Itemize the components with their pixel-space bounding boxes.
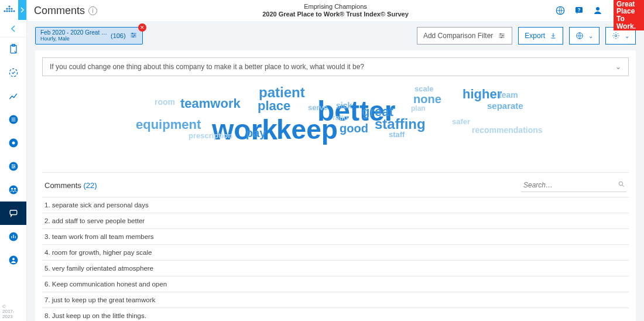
export-button[interactable]: Export	[518, 27, 563, 45]
search-input[interactable]	[521, 179, 626, 192]
svg-point-16	[12, 165, 13, 166]
nav-back[interactable]	[0, 20, 26, 37]
target-icon	[8, 137, 19, 149]
wordcloud-word[interactable]: prescription	[189, 131, 232, 140]
svg-point-35	[501, 37, 502, 38]
globe-icon[interactable]	[555, 5, 566, 16]
nav-people[interactable]	[0, 178, 26, 202]
filter-chip-line1: Feb 2020 - 2020 Great …	[40, 30, 107, 36]
help-icon[interactable]: ?	[574, 5, 584, 16]
wordcloud-word[interactable]: keep	[276, 114, 338, 145]
svg-point-4	[4, 10, 5, 12]
survey-name: Emprising Champions	[27, 3, 644, 11]
bar-circle-icon	[8, 231, 19, 243]
trend-icon	[8, 90, 19, 102]
survey-header: Emprising Champions 2020 Great Place to …	[27, 3, 644, 18]
content-scroll[interactable]: If you could change one thing about this…	[27, 50, 644, 321]
wordcloud-word[interactable]: pay	[246, 127, 266, 140]
svg-point-2	[8, 8, 10, 9]
comment-row[interactable]: 5. very family orientated atmosphere	[42, 260, 629, 276]
question-text: If you could change one thing about this…	[50, 63, 364, 71]
list-circle-icon	[8, 114, 19, 125]
wordcloud-word[interactable]: serve	[308, 103, 328, 112]
nav-progress[interactable]	[0, 61, 26, 84]
page-title-text: Comments	[34, 5, 85, 17]
wordcloud-word[interactable]: ratio	[333, 114, 348, 122]
comment-row[interactable]: 3. team work from all team members	[42, 228, 629, 244]
profile-icon[interactable]	[592, 5, 603, 16]
comment-row[interactable]: 1. separate sick and personal days	[42, 197, 629, 213]
comment-row[interactable]: 6. Keep communication honest and open	[42, 276, 629, 292]
filter-chip-close[interactable]: ✕	[138, 23, 146, 32]
svg-rect-22	[10, 210, 17, 215]
svg-point-14	[12, 142, 15, 145]
svg-point-6	[8, 10, 10, 12]
nav-chart-circle[interactable]	[0, 225, 26, 248]
svg-point-34	[502, 35, 503, 36]
question-select-wrap: If you could change one thing about this…	[42, 57, 629, 76]
wordcloud-word[interactable]: separate	[487, 101, 523, 111]
wordcloud-word[interactable]: place	[258, 98, 290, 114]
wordcloud-word[interactable]: plan	[411, 104, 426, 112]
top-icons: ?	[555, 5, 603, 16]
wordcloud-word[interactable]: staff	[389, 130, 405, 139]
nav-user-circle[interactable]	[0, 248, 26, 272]
main-column: Comments i Emprising Champions 2020 Grea…	[27, 0, 644, 321]
language-dropdown[interactable]: ⌄	[569, 27, 600, 45]
nav-comments[interactable]	[0, 202, 26, 225]
wordcloud-word[interactable]: equipment	[136, 117, 201, 132]
comments-search	[521, 179, 626, 192]
add-comparison-label: Add Comparison Filter	[423, 32, 493, 40]
copyright: © 2017- 2023	[0, 303, 26, 321]
filter-chip-line2: Hourly, Male	[40, 36, 107, 42]
wordcloud-word[interactable]: teamwork	[180, 96, 241, 111]
wordcloud-word[interactable]: higher	[463, 87, 502, 102]
survey-subtitle: 2020 Great Place to Work® Trust Index© S…	[27, 11, 644, 18]
brand-logo	[0, 0, 18, 20]
comment-row[interactable]: 8. Just keep up on the little things.	[42, 308, 629, 321]
svg-point-38	[619, 182, 623, 186]
nav-action-plan[interactable]	[0, 37, 26, 61]
svg-point-18	[12, 168, 13, 169]
svg-point-33	[501, 33, 502, 35]
wordcloud-word[interactable]: good	[340, 122, 368, 135]
info-icon[interactable]: i	[88, 6, 97, 15]
nav-analytics[interactable]	[0, 84, 26, 108]
comments-list: 1. separate sick and personal days2. add…	[42, 197, 629, 321]
wordcloud-word[interactable]: recommendations	[472, 125, 543, 135]
speech-bubble-icon	[8, 207, 19, 219]
nav-dot[interactable]	[0, 131, 26, 155]
chevron-down-icon: ⌄	[588, 33, 593, 39]
svg-point-29	[596, 7, 600, 11]
filter-chip[interactable]: Feb 2020 - 2020 Great … Hourly, Male (10…	[35, 27, 143, 45]
filter-bar: Feb 2020 - 2020 Great … Hourly, Male (10…	[27, 21, 644, 50]
tune-icon	[498, 32, 506, 40]
search-icon[interactable]	[618, 180, 625, 190]
svg-point-32	[132, 36, 133, 37]
comments-title: Comments (22)	[44, 181, 97, 190]
add-comparison-filter[interactable]: Add Comparison Filter	[417, 27, 512, 45]
question-dropdown[interactable]: If you could change one thing about this…	[42, 57, 629, 76]
nav-list[interactable]	[0, 108, 26, 131]
arrow-left-icon	[9, 25, 18, 33]
brand-dots-icon	[3, 5, 16, 15]
nav-sliders[interactable]	[0, 155, 26, 178]
comment-row[interactable]: 7. just to keep up the great teamwork	[42, 292, 629, 308]
comment-row[interactable]: 4. room for growth, higher pay scale	[42, 244, 629, 260]
wordcloud-word[interactable]: scale	[415, 84, 434, 93]
download-icon	[550, 32, 557, 39]
wordcloud-word[interactable]: work	[212, 114, 278, 146]
sidebar-toggle[interactable]	[18, 0, 26, 20]
svg-point-20	[11, 188, 12, 190]
chevron-down-icon: ⌄	[625, 33, 629, 39]
comment-row[interactable]: 2. add staff to serve people better	[42, 213, 629, 228]
gptw-logo: Great Place To Work.	[614, 0, 644, 30]
comments-count: (22)	[83, 181, 97, 190]
wordcloud-word[interactable]: team	[499, 90, 518, 100]
wordcloud-word[interactable]: room	[155, 97, 175, 107]
svg-point-30	[132, 33, 133, 34]
user-circle-icon	[8, 254, 19, 266]
content-panel: If you could change one thing about this…	[35, 50, 636, 321]
wordcloud-word[interactable]: safer	[452, 117, 470, 126]
wordcloud-word[interactable]: sick	[336, 101, 352, 110]
